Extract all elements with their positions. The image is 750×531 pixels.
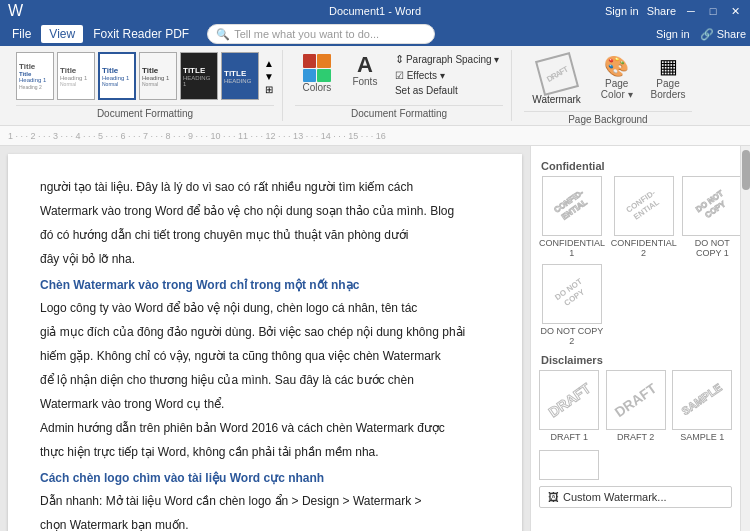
- fonts-label: Fonts: [352, 76, 377, 87]
- page-background-label: Page Background: [524, 111, 691, 125]
- wm-text-confidential-1: CONFID-ENTIAL: [553, 189, 591, 224]
- doc-para-5: Logo công ty vào Word để bảo vệ nội dung…: [40, 299, 490, 317]
- panel-scrollbar[interactable]: [740, 146, 750, 531]
- ribbon-colors-fonts-section: Colors A Fonts ⇕ Paragraph Spacing ▾ ☑ E…: [287, 50, 512, 121]
- wm-label-do-not-copy-2: DO NOT COPY 2: [539, 326, 605, 346]
- style-expand[interactable]: ⊞: [264, 84, 274, 95]
- signin-menu[interactable]: Sign in: [656, 28, 690, 40]
- search-placeholder: Tell me what you want to do...: [234, 28, 379, 40]
- wm-sample-1[interactable]: SAMPLE SAMPLE 1: [672, 370, 732, 442]
- custom-watermark-button[interactable]: 🖼 Custom Watermark...: [539, 486, 732, 508]
- wm-thumb-draft-1: DRAFT: [539, 370, 599, 430]
- ribbon-tab-label: Document Formatting: [16, 105, 274, 119]
- wm-thumb-confidential-2: CONFID-ENTIAL: [614, 176, 674, 236]
- confidential-grid: CONFID-ENTIAL CONFIDENTIAL 1 CONFID-ENTI…: [539, 176, 732, 346]
- style-scroll-up[interactable]: ▲: [264, 58, 274, 69]
- doc-para-6: giả mục đích của đông đảo người dùng. Bở…: [40, 323, 490, 341]
- doc-para-9: Watermark vào trong Word cụ thể.: [40, 395, 490, 413]
- paragraph-spacing-btn[interactable]: ⇕ Paragraph Spacing ▾: [391, 52, 503, 67]
- wm-draft-2[interactable]: DRAFT DRAFT 2: [605, 370, 665, 442]
- share-link[interactable]: Share: [647, 5, 676, 17]
- disclaimers-grid: DRAFT DRAFT 1 DRAFT DRAFT 2 SAMPLE SA: [539, 370, 732, 442]
- wm-do-not-copy-2[interactable]: DO NOTCOPY DO NOT COPY 2: [539, 264, 605, 346]
- page-borders-button[interactable]: ▦ Page Borders: [645, 52, 692, 102]
- minimize-button[interactable]: ─: [684, 4, 698, 18]
- watermark-icon: DRAFT: [535, 52, 579, 96]
- menu-file[interactable]: File: [4, 25, 39, 43]
- style-title-1[interactable]: Title Title Heading 1 Heading 2: [16, 52, 54, 100]
- style-title-5[interactable]: TITLE HEADING 1: [180, 52, 218, 100]
- wm-text-sample-1: SAMPLE: [680, 381, 725, 418]
- wm-label-do-not-copy-1: DO NOT COPY 1: [682, 238, 740, 258]
- doc-para-4: đây vội bỏ lỡ nha.: [40, 250, 490, 268]
- style-title-2[interactable]: Title Heading 1 Normal: [57, 52, 95, 100]
- effects-btn[interactable]: ☑ Effects ▾: [391, 69, 503, 82]
- page-color-section: 🎨 Page Color ▾: [595, 52, 639, 102]
- custom-wm-label: Custom Watermark...: [563, 491, 667, 503]
- doc-para-3: đó có hướng dẫn chi tiết trong chuyên mụ…: [40, 226, 490, 244]
- doc-para-11: thực hiện trực tiếp tại Word, không cần …: [40, 443, 490, 461]
- search-bar[interactable]: 🔍 Tell me what you want to do...: [207, 24, 434, 44]
- page-color-button[interactable]: 🎨 Page Color ▾: [595, 52, 639, 102]
- wm-text-do-not-copy-2: DO NOTCOPY: [554, 277, 590, 311]
- document-page: người tạo tài liệu. Đây là lý do vì sao …: [8, 154, 522, 531]
- watermark-panel: Confidential CONFID-ENTIAL CONFIDENTIAL …: [530, 146, 740, 531]
- window-title: Document1 - Word: [329, 5, 421, 17]
- wm-confidential-1[interactable]: CONFID-ENTIAL CONFIDENTIAL 1: [539, 176, 605, 258]
- main-area: người tạo tài liệu. Đây là lý do vì sao …: [0, 146, 750, 531]
- menu-view[interactable]: View: [41, 25, 83, 43]
- maximize-button[interactable]: □: [706, 4, 720, 18]
- page-borders-label: Page: [656, 78, 679, 89]
- doc-para-10: Admin hướng dẫn trên phiên bản Word 2016…: [40, 419, 490, 437]
- menu-foxit[interactable]: Foxit Reader PDF: [85, 25, 197, 43]
- set-as-default-btn[interactable]: Set as Default: [391, 84, 503, 97]
- style-title-3[interactable]: Title Heading 1 Normal: [98, 52, 136, 100]
- page-color-label: Page: [605, 78, 628, 89]
- document-area[interactable]: người tạo tài liệu. Đây là lý do vì sao …: [0, 146, 530, 531]
- wm-text-draft-1: DRAFT: [545, 380, 593, 421]
- wm-draft-1[interactable]: DRAFT DRAFT 1: [539, 370, 599, 442]
- style-scroll-down[interactable]: ▼: [264, 71, 274, 82]
- wm-confidential-2[interactable]: CONFID-ENTIAL CONFIDENTIAL 2: [611, 176, 677, 258]
- wm-thumb-do-not-copy-2: DO NOTCOPY: [542, 264, 602, 324]
- doc-para-12: Dẫn nhanh: Mở tài liệu Word cần chèn log…: [40, 492, 490, 510]
- colors-label: Colors: [302, 82, 331, 93]
- wm-thumb-sample-1: SAMPLE: [672, 370, 732, 430]
- wm-extra-1[interactable]: [539, 450, 599, 480]
- disclaimers-section-title: Disclaimers: [539, 354, 732, 366]
- colors-button[interactable]: Colors: [295, 52, 339, 95]
- watermark-label: Watermark: [532, 94, 581, 105]
- style-title-6[interactable]: TITLE HEADING: [221, 52, 259, 100]
- doc-para-2: Watermark vào trong Word để bảo vệ cho n…: [40, 202, 490, 220]
- watermark-panel-container: Confidential CONFID-ENTIAL CONFIDENTIAL …: [530, 146, 750, 531]
- doc-para-7: hiếm gặp. Không chỉ có vậy, người ta cũn…: [40, 347, 490, 365]
- ribbon-watermark-section: DRAFT Watermark 🎨 Page Color ▾ ▦ Page Bo…: [516, 50, 699, 121]
- menu-bar: File View Foxit Reader PDF 🔍 Tell me wha…: [0, 22, 750, 46]
- doc-para-13: chọn Watermark bạn muốn.: [40, 516, 490, 531]
- wm-do-not-copy-1[interactable]: DO NOTCOPY DO NOT COPY 1: [682, 176, 740, 258]
- confidential-section-title: Confidential: [539, 160, 732, 172]
- share-menu[interactable]: 🔗 Share: [700, 28, 746, 41]
- wm-thumb-confidential-1: CONFID-ENTIAL: [542, 176, 602, 236]
- wm-thumb-do-not-copy-1: DO NOTCOPY: [682, 176, 740, 236]
- page-borders-section: ▦ Page Borders: [645, 52, 692, 102]
- close-button[interactable]: ✕: [728, 4, 742, 18]
- fonts-button[interactable]: A Fonts: [343, 52, 387, 89]
- doc-para-8: để lộ nhận diện cho thương hiệu của mình…: [40, 371, 490, 389]
- custom-wm-icon: 🖼: [548, 491, 559, 503]
- ribbon-styles-section: Title Title Heading 1 Heading 2 Title He…: [8, 50, 283, 121]
- section-title-1: Chèn Watermark vào trong Word chỉ trong …: [40, 276, 490, 295]
- wm-text-do-not-copy-1: DO NOTCOPY: [694, 189, 730, 223]
- ruler: 1 · · · 2 · · · 3 · · · 4 · · · 5 · · · …: [0, 126, 750, 146]
- watermark-button[interactable]: DRAFT Watermark: [524, 52, 589, 109]
- wm-label-draft-1: DRAFT 1: [551, 432, 588, 442]
- wm-label-confidential-1: CONFIDENTIAL 1: [539, 238, 605, 258]
- section-title-2: Cách chèn logo chìm vào tài liệu Word cự…: [40, 469, 490, 488]
- doc-fmt-label: Document Formatting: [295, 105, 503, 119]
- style-title-4[interactable]: Title Heading 1 Normal: [139, 52, 177, 100]
- signin-link[interactable]: Sign in: [605, 5, 639, 17]
- more-watermarks-row: [539, 450, 732, 480]
- wm-text-confidential-2: CONFID-ENTIAL: [624, 189, 662, 224]
- wm-label-draft-2: DRAFT 2: [617, 432, 654, 442]
- wm-thumb-extra-1: [539, 450, 599, 480]
